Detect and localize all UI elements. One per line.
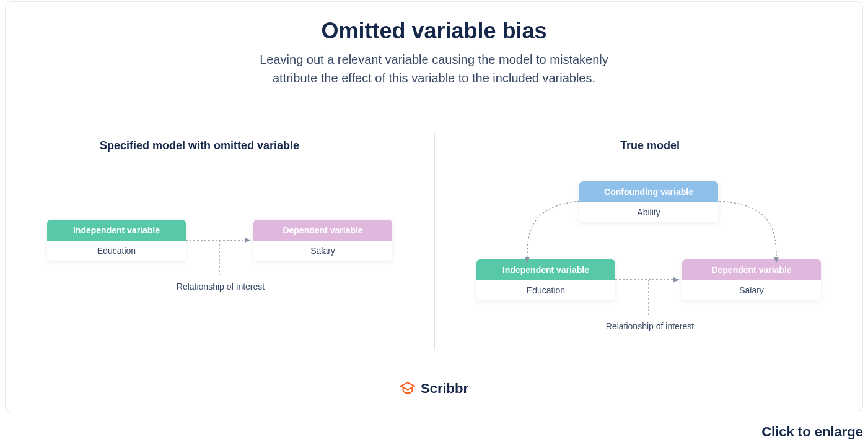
left-dependent-variable-box: Dependent variable Salary	[253, 220, 392, 261]
subtitle-line1: Leaving out a relevant variable causing …	[260, 53, 608, 66]
diagram-title: Omitted variable bias	[6, 18, 862, 44]
svg-marker-3	[525, 257, 530, 263]
left-dependent-head: Dependent variable	[253, 220, 392, 241]
brand-row: Scribbr	[6, 381, 862, 397]
left-independent-head: Independent variable	[47, 220, 186, 241]
right-dependent-body: Salary	[682, 280, 821, 300]
right-confound-to-dependent-arrow-icon	[714, 200, 783, 267]
brand-text: Scribbr	[421, 381, 468, 397]
right-arrow-drop-icon	[646, 280, 652, 317]
right-confound-to-independent-arrow-icon	[524, 200, 585, 267]
right-relationship-label: Relationship of interest	[597, 321, 703, 331]
right-independent-body: Education	[476, 280, 615, 300]
left-independent-body: Education	[47, 241, 186, 261]
left-independent-variable-box: Independent variable Education	[47, 220, 186, 261]
svg-marker-1	[245, 238, 251, 243]
right-panel-heading: True model	[620, 139, 680, 152]
diagram-subtitle: Leaving out a relevant variable causing …	[6, 50, 862, 87]
left-relationship-label: Relationship of interest	[168, 282, 273, 292]
svg-marker-4	[774, 257, 779, 263]
diagram-card[interactable]: Omitted variable bias Leaving out a rele…	[5, 1, 863, 412]
click-to-enlarge-button[interactable]: Click to enlarge	[761, 424, 863, 440]
left-dependent-body: Salary	[253, 241, 392, 261]
right-confounding-variable-box: Confounding variable Ability	[579, 181, 718, 222]
right-confounding-head: Confounding variable	[579, 181, 718, 202]
graduation-cap-icon	[400, 381, 416, 397]
left-panel-heading: Specified model with omitted variable	[100, 139, 299, 152]
panel-divider	[434, 133, 435, 350]
right-confounding-body: Ability	[579, 202, 718, 222]
left-arrow-drop-icon	[216, 240, 222, 277]
subtitle-line2: attribute the effect of this variable to…	[273, 71, 595, 85]
svg-marker-6	[673, 277, 680, 282]
